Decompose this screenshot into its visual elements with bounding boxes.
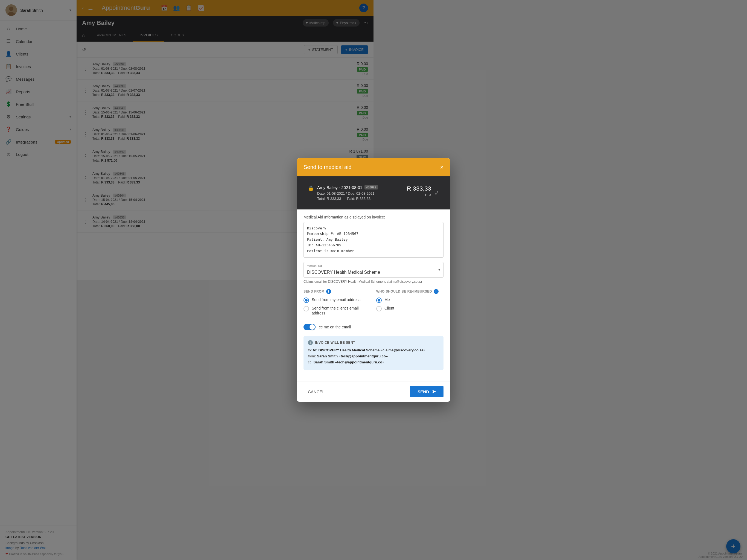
modal-header: Send to medical aid × [297,158,374,176]
select-label: medical aid [307,264,322,268]
invoice-detail-dates: Date: 01-08-2021 / Due: 02-08-2021 [317,192,374,196]
invoice-detail-content: Amy Bailey - 2021-08-01 #53892 Date: 01-… [317,185,374,201]
send-to-medical-aid-modal: Send to medical aid × 🔒 Amy Bailey - 202… [297,158,374,280]
invoice-detail-card: 🔒 Amy Bailey - 2021-08-01 #53892 Date: 0… [302,181,374,205]
invoice-detail-title: Amy Bailey - 2021-08-01 #53892 [317,185,374,190]
medical-aid-info-text: Discovery Membership #: AB-1234567 Patie… [304,222,374,258]
modal-invoice-id-badge: #53892 [364,185,374,189]
medical-aid-select-wrapper: medical aid DISCOVERY Health Medical Sch… [304,262,374,278]
modal-title: Send to medical aid [304,164,352,170]
medical-aid-info-label: Medical Aid Information as displayed on … [304,215,374,219]
modal-invoice-section: 🔒 Amy Bailey - 2021-08-01 #53892 Date: 0… [297,176,374,209]
invoice-detail-total: Total: R 333,33 Paid: R 333,33 [317,197,374,201]
claims-email-text: Claims email for DISCOVERY Health Medica… [304,280,374,280]
modal-overlay: Send to medical aid × 🔒 Amy Bailey - 202… [0,0,374,280]
modal-body: Medical Aid Information as displayed on … [297,209,374,280]
lock-icon: 🔒 [308,185,314,191]
